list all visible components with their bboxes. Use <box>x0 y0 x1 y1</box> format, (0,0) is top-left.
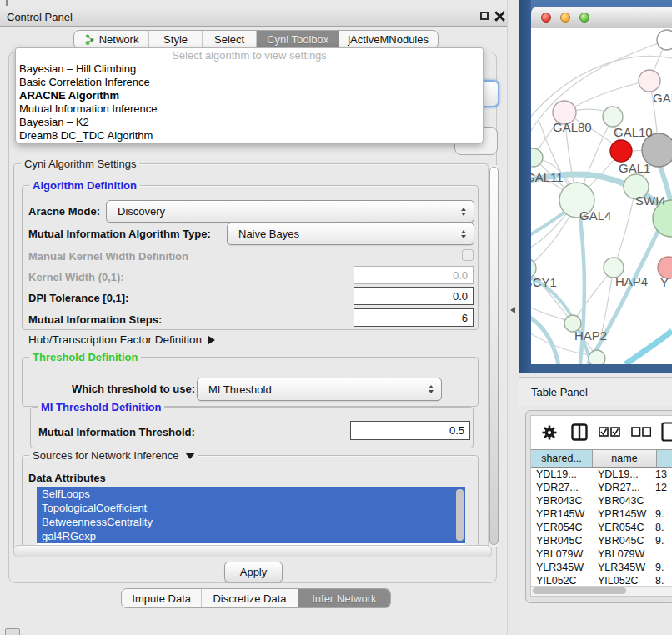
network-node[interactable] <box>589 350 605 364</box>
dropdown-item-selected[interactable]: ARACNE Algorithm <box>16 89 483 102</box>
network-window-titlebar[interactable] <box>531 7 672 28</box>
table-row[interactable]: YIL052CYIL052C8. <box>531 574 672 586</box>
table-row[interactable]: YPR145WYPR145W9. <box>531 508 672 521</box>
network-node[interactable] <box>603 107 623 127</box>
tab-select[interactable]: Select <box>203 31 257 48</box>
split-pane-divider[interactable] <box>507 0 519 635</box>
which-threshold-select[interactable]: MI Threshold <box>197 378 442 401</box>
table-row[interactable]: YBR043CYBR043C <box>531 494 672 508</box>
settings-vertical-scrollbar[interactable] <box>488 165 499 547</box>
tab-cyni-label: Cyni Toolbox <box>267 33 328 46</box>
hub-definition-expander[interactable]: Hub/Transcription Factor Definition <box>28 333 215 346</box>
dropdown-item[interactable]: Mutual Information Inference <box>16 102 483 116</box>
apply-label: Apply <box>240 566 268 578</box>
close-window-icon[interactable] <box>541 12 551 22</box>
deselect-columns-icon[interactable] <box>631 427 651 437</box>
settings-horizontal-scrollbar[interactable] <box>13 545 492 558</box>
node-label: GAL4 <box>579 208 611 222</box>
which-threshold-label: Which threshold to use: <box>72 382 195 395</box>
tab-network[interactable]: Network <box>74 31 149 48</box>
minimize-window-icon[interactable] <box>560 12 570 22</box>
network-node[interactable] <box>639 70 660 92</box>
column-header-cut[interactable] <box>657 449 672 468</box>
mi-threshold-input[interactable]: 0.5 <box>350 421 470 440</box>
table-row[interactable]: YDR27...YDR27...12 <box>531 481 672 494</box>
dpi-tolerance-input[interactable]: 0.0 <box>354 287 474 305</box>
cyni-mode-tabs: Impute Data Discretize Data Infer Networ… <box>121 588 391 608</box>
column-layout-icon[interactable] <box>571 423 588 441</box>
window-left-frame <box>519 0 531 373</box>
aracne-mode-select[interactable]: Discovery <box>106 200 474 222</box>
new-table-icon[interactable] <box>661 422 672 442</box>
list-scrollbar[interactable] <box>456 489 464 541</box>
table-row[interactable]: YBL079WYBL079W <box>531 548 672 561</box>
cell: 13 <box>652 468 672 481</box>
table-inner: shared... name YDL19...YDL19...13 YDR27.… <box>530 415 672 597</box>
network-node[interactable] <box>531 148 543 167</box>
dpi-tolerance-value: 0.0 <box>453 290 468 302</box>
table-row[interactable]: YER054CYER054C8. <box>531 521 672 534</box>
threshold-definition-title: Threshold Definition <box>29 351 141 363</box>
table-row[interactable]: YBR045CYBR045C9. <box>531 534 672 548</box>
network-edge-cyan <box>625 331 672 364</box>
mi-steps-label: Mutual Information Steps: <box>28 313 162 326</box>
tab-impute-data[interactable]: Impute Data <box>122 589 202 608</box>
network-node[interactable] <box>657 30 672 50</box>
tab-style[interactable]: Style <box>149 31 203 48</box>
cell: YLR345W <box>531 561 593 574</box>
network-view[interactable]: GAL GAL80 GAL10 GAL1 GAL11 SWI4 GAL4 GCY… <box>531 28 672 364</box>
scrollbar-thumb[interactable] <box>489 167 499 545</box>
tab-cyni-toolbox[interactable]: Cyni Toolbox <box>257 31 339 48</box>
cell: YPR145W <box>593 508 652 521</box>
network-node-selected[interactable] <box>610 140 632 162</box>
apply-button[interactable]: Apply <box>224 562 283 582</box>
cell: YDL19... <box>531 468 593 481</box>
table-panel-title: Table Panel <box>531 386 588 398</box>
zoom-window-icon[interactable] <box>579 12 589 22</box>
cell: YBR043C <box>593 494 652 508</box>
dropdown-item[interactable]: Bayesian – Hill Climbing <box>16 62 483 76</box>
cell: 9. <box>652 508 672 521</box>
list-item[interactable]: SelfLoops <box>37 487 465 501</box>
table-horizontal-scrollbar[interactable] <box>531 586 672 596</box>
scrollbar-thumb[interactable] <box>533 588 626 594</box>
table-body[interactable]: YDL19...YDL19...13 YDR27...YDR27...12 YB… <box>531 468 672 586</box>
manual-kernel-checkbox[interactable] <box>462 249 474 261</box>
corner-grip-icon[interactable] <box>5 628 20 635</box>
tab-discretize-data[interactable]: Discretize Data <box>202 589 298 608</box>
tab-infer-network[interactable]: Infer Network <box>298 589 390 608</box>
control-panel-tabs: Network Style Select Cyni Toolbox jActiv… <box>73 30 439 49</box>
column-header-name[interactable]: name <box>593 449 657 468</box>
collapse-arrow-icon <box>185 452 195 459</box>
list-item[interactable]: gal4RGexp <box>37 529 465 543</box>
data-attributes-list[interactable]: SelfLoops TopologicalCoefficient Between… <box>37 487 465 545</box>
aracne-mode-value: Discovery <box>107 205 165 218</box>
kernel-width-input[interactable]: 0.0 <box>354 266 474 284</box>
cell: YBR043C <box>531 494 593 508</box>
divider-collapse-arrow-icon[interactable] <box>510 307 515 313</box>
table-row[interactable]: YDL19...YDL19...13 <box>531 468 672 481</box>
mi-threshold-label: Mutual Information Threshold: <box>38 426 195 438</box>
column-header-shared-name[interactable]: shared... <box>531 449 593 468</box>
sources-title-row[interactable]: Sources for Network Inference <box>29 449 198 462</box>
close-icon[interactable] <box>494 11 505 22</box>
float-window-icon[interactable] <box>480 12 489 20</box>
hub-definition-label: Hub/Transcription Factor Definition <box>28 333 202 346</box>
dropdown-item[interactable]: Dream8 DC_TDC Algorithm <box>16 129 483 142</box>
dropdown-item[interactable]: Basic Correlation Inference <box>16 76 483 89</box>
settings-gear-icon[interactable] <box>541 424 558 441</box>
mi-steps-input[interactable]: 6 <box>354 308 474 327</box>
tab-jactivemnodules[interactable]: jActiveMNodules <box>339 31 438 48</box>
select-all-columns-icon[interactable] <box>599 427 620 437</box>
dpi-tolerance-label: DPI Tolerance [0,1]: <box>28 292 128 304</box>
list-item[interactable]: BetweennessCentrality <box>37 515 465 529</box>
list-item[interactable]: TopologicalCoefficient <box>37 501 465 515</box>
algorithm-dropdown-popup: Select algorithm to view settings Bayesi… <box>15 48 484 144</box>
panel-title: Control Panel <box>7 11 73 23</box>
dropdown-item[interactable]: Bayesian – K2 <box>16 116 483 129</box>
mi-type-select[interactable]: Naive Bayes <box>227 222 474 245</box>
network-canvas[interactable]: GAL GAL80 GAL10 GAL1 GAL11 SWI4 GAL4 GCY… <box>531 28 672 364</box>
network-glyph-icon <box>84 33 95 46</box>
settings-group-title: Cyni Algorithm Settings <box>21 158 139 170</box>
table-row[interactable]: YLR345WYLR345W9. <box>531 561 672 574</box>
